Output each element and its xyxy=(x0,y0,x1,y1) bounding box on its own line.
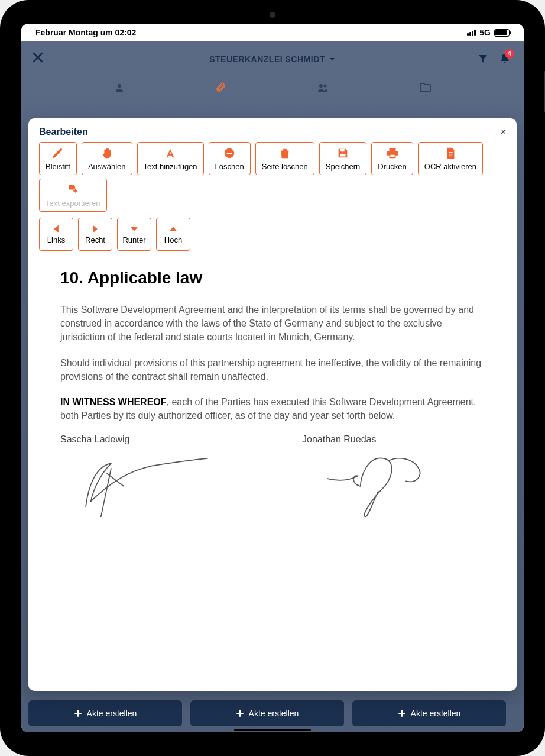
nav-right-label: Recht xyxy=(85,235,105,244)
signature-block-2: Jonathan Ruedas xyxy=(302,434,485,522)
top-tabs xyxy=(21,76,524,102)
tablet-camera xyxy=(270,12,275,18)
print-icon xyxy=(386,147,399,160)
svg-rect-8 xyxy=(449,152,452,153)
app-close-icon[interactable] xyxy=(32,51,44,67)
document-viewport[interactable]: 10. Applicable law This Software Develop… xyxy=(28,257,517,691)
pencil-label: Bleistift xyxy=(46,162,70,171)
document-heading: 10. Applicable law xyxy=(60,269,485,287)
svg-point-1 xyxy=(319,84,323,88)
delete-label: Löschen xyxy=(215,162,244,171)
export-text-label: Text exportieren xyxy=(46,199,100,208)
notification-bell[interactable]: 4 xyxy=(499,53,511,66)
chevron-down-icon xyxy=(329,56,336,63)
nav-up-button[interactable]: Hoch xyxy=(156,218,190,251)
org-name: STEUERKANZLEI SCHMIDT xyxy=(209,54,325,64)
pencil-button[interactable]: Bleistift xyxy=(39,142,77,175)
svg-point-2 xyxy=(323,84,326,87)
status-right: 5G xyxy=(467,28,510,37)
pencil-icon xyxy=(51,147,64,160)
nav-left-button[interactable]: Links xyxy=(39,218,73,251)
triangle-right-icon xyxy=(90,225,100,233)
status-bar: Februar Montag um 02:02 5G xyxy=(21,24,524,41)
screen: Februar Montag um 02:02 5G STEUERKANZLEI… xyxy=(21,24,524,732)
svg-rect-6 xyxy=(340,153,345,156)
print-label: Drucken xyxy=(378,162,406,171)
create-label: Akte erstellen xyxy=(411,709,461,718)
signer-2-name: Jonathan Ruedas xyxy=(302,434,485,445)
tab-folder-icon[interactable] xyxy=(419,82,431,96)
notification-badge: 4 xyxy=(505,49,514,59)
export-text-button[interactable]: Text exportieren xyxy=(39,179,107,212)
delete-button[interactable]: Löschen xyxy=(209,142,251,175)
nav-down-button[interactable]: Runter xyxy=(117,218,151,251)
nav-right-button[interactable]: Recht xyxy=(78,218,112,251)
create-file-button-2[interactable]: Akte erstellen xyxy=(190,700,344,726)
create-file-button-1[interactable]: Akte erstellen xyxy=(28,700,182,726)
save-button[interactable]: Speichern xyxy=(319,142,367,175)
modal-close-button[interactable]: × xyxy=(501,127,506,137)
triangle-left-icon xyxy=(51,225,61,233)
svg-rect-4 xyxy=(227,153,232,154)
signature-block-1: Sascha Ladewig xyxy=(60,434,243,522)
ocr-button[interactable]: OCR aktivieren xyxy=(418,142,483,175)
modal-header: Bearbeiten × xyxy=(28,118,517,142)
print-button[interactable]: Drucken xyxy=(371,142,413,175)
edit-modal: Bearbeiten × Bleistift Auswählen xyxy=(28,118,517,691)
svg-rect-7 xyxy=(390,154,394,157)
ocr-label: OCR aktivieren xyxy=(424,162,476,171)
hand-icon xyxy=(100,147,113,160)
modal-title: Bearbeiten xyxy=(39,127,88,137)
status-datetime: Februar Montag um 02:02 xyxy=(35,28,136,37)
bottom-create-buttons: Akte erstellen Akte erstellen Akte erste… xyxy=(28,700,517,726)
tablet-frame: Februar Montag um 02:02 5G STEUERKANZLEI… xyxy=(0,0,545,756)
signature-row: Sascha Ladewig Jonathan Ruedas xyxy=(60,434,485,522)
network-label: 5G xyxy=(479,28,491,37)
toolbar-row-1: Bleistift Auswählen Text hinzufügen xyxy=(28,142,517,179)
trash-icon xyxy=(278,147,291,160)
svg-rect-5 xyxy=(340,148,344,151)
triangle-up-icon xyxy=(168,225,179,233)
plus-icon xyxy=(398,709,406,718)
svg-rect-10 xyxy=(449,155,452,156)
signature-2 xyxy=(302,451,485,522)
delete-page-button[interactable]: Seite löschen xyxy=(255,142,314,175)
signer-1-name: Sascha Ladewig xyxy=(60,434,243,445)
export-icon xyxy=(66,183,79,196)
svg-rect-9 xyxy=(449,153,452,154)
tab-attachment-icon[interactable] xyxy=(215,82,226,96)
tab-people-icon[interactable] xyxy=(317,82,329,96)
create-label: Akte erstellen xyxy=(87,709,137,718)
svg-point-0 xyxy=(118,84,121,88)
nav-left-label: Links xyxy=(47,235,65,244)
select-label: Auswählen xyxy=(88,162,126,171)
create-file-button-3[interactable]: Akte erstellen xyxy=(352,700,506,726)
filter-icon[interactable] xyxy=(478,53,488,66)
app-header: STEUERKANZLEI SCHMIDT 4 xyxy=(21,41,524,77)
org-selector[interactable]: STEUERKANZLEI SCHMIDT xyxy=(209,54,336,64)
signature-1 xyxy=(60,451,243,522)
save-label: Speichern xyxy=(326,162,361,171)
home-indicator xyxy=(234,729,311,731)
triangle-down-icon xyxy=(129,225,140,233)
select-button[interactable]: Auswählen xyxy=(82,142,132,175)
signal-bars-icon xyxy=(467,30,476,36)
plus-icon xyxy=(74,709,82,718)
witness-bold: IN WITNESS WHEREOF xyxy=(60,397,167,407)
text-icon xyxy=(164,147,177,160)
minus-circle-icon xyxy=(223,147,236,160)
document-paragraph-2: Should individual provisions of this par… xyxy=(60,356,485,383)
add-text-button[interactable]: Text hinzufügen xyxy=(137,142,204,175)
nav-down-label: Runter xyxy=(122,235,145,244)
delete-page-label: Seite löschen xyxy=(262,162,308,171)
add-text-label: Text hinzufügen xyxy=(144,162,197,171)
create-label: Akte erstellen xyxy=(249,709,299,718)
toolbar-row-2: Text exportieren xyxy=(28,179,517,215)
save-icon xyxy=(336,147,349,160)
document-paragraph-1: This Software Development Agreement and … xyxy=(60,303,485,344)
document-icon xyxy=(444,147,457,160)
nav-up-label: Hoch xyxy=(164,235,182,244)
tab-person-icon[interactable] xyxy=(114,82,125,96)
plus-icon xyxy=(236,709,244,718)
battery-icon xyxy=(494,29,510,37)
